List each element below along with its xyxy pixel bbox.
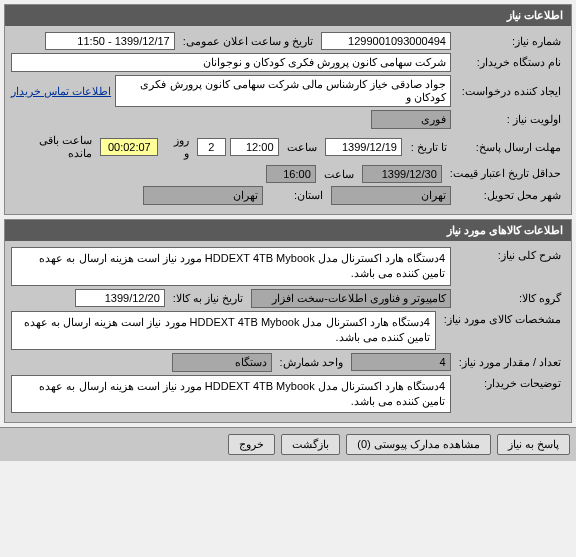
province-field: تهران [143, 186, 263, 205]
goods-info-header: اطلاعات کالاهای مورد نیاز [5, 220, 571, 241]
goods-date-field: 1399/12/20 [75, 289, 165, 307]
row-group: گروه کالا: کامپیوتر و فناوری اطلاعات-سخت… [11, 289, 565, 308]
attachments-button[interactable]: مشاهده مدارک پیوستی (0) [346, 434, 491, 455]
time-label-1: ساعت [283, 139, 321, 156]
buyer-notes-field: 4دستگاه هارد اکسترنال مدل HDDEXT 4TB Myb… [11, 375, 451, 414]
days-label: روز و [162, 132, 192, 162]
qty-label: تعداد / مقدار مورد نیاز: [455, 354, 565, 371]
row-delivery: شهر محل تحویل: تهران استان: تهران [11, 186, 565, 205]
validity-time-field: 16:00 [266, 165, 316, 183]
row-priority: اولویت نیاز : فوری [11, 110, 565, 129]
need-info-body: شماره نیاز: 1299001093000494 تاریخ و ساع… [5, 26, 571, 214]
row-need-number: شماره نیاز: 1299001093000494 تاریخ و ساع… [11, 32, 565, 50]
goods-info-body: شرح کلی نیاز: 4دستگاه هارد اکسترنال مدل … [5, 241, 571, 422]
need-number-label: شماره نیاز: [455, 33, 565, 50]
buyer-notes-label: توضیحات خریدار: [455, 375, 565, 392]
row-spec: مشخصات کالای مورد نیاز: 4دستگاه هارد اکس… [11, 311, 565, 350]
row-qty: تعداد / مقدار مورد نیاز: 4 واحد شمارش: د… [11, 353, 565, 372]
row-deadline: مهلت ارسال پاسخ: تا تاریخ : 1399/12/19 س… [11, 132, 565, 162]
deadline-date-field: 1399/12/19 [325, 138, 402, 156]
need-info-panel: اطلاعات نیاز شماره نیاز: 129900109300049… [4, 4, 572, 215]
delivery-city-field: تهران [331, 186, 451, 205]
respond-button[interactable]: پاسخ به نیاز [497, 434, 570, 455]
buyer-label: نام دستگاه خریدار: [455, 54, 565, 71]
row-validity: حداقل تاریخ اعتبار قیمت: 1399/12/30 ساعت… [11, 165, 565, 183]
announce-field: 1399/12/17 - 11:50 [45, 32, 175, 50]
need-number-field: 1299001093000494 [321, 32, 451, 50]
time-label-2: ساعت [320, 166, 358, 183]
goods-info-panel: اطلاعات کالاهای مورد نیاز شرح کلی نیاز: … [4, 219, 572, 423]
goods-date-label: تاریخ نیاز به کالا: [169, 290, 247, 307]
row-buyer-notes: توضیحات خریدار: 4دستگاه هارد اکسترنال مد… [11, 375, 565, 414]
deadline-label: مهلت ارسال پاسخ: [455, 139, 565, 156]
desc-label: شرح کلی نیاز: [455, 247, 565, 264]
priority-label: اولویت نیاز : [455, 111, 565, 128]
row-creator: ایجاد کننده درخواست: جواد صادقی خیاز کار… [11, 75, 565, 107]
days-remain-field: 2 [197, 138, 226, 156]
countdown-label: ساعت باقی مانده [11, 132, 96, 162]
countdown-field: 00:02:07 [100, 138, 158, 156]
exit-button[interactable]: خروج [228, 434, 275, 455]
delivery-city-label: شهر محل تحویل: [455, 187, 565, 204]
creator-field: جواد صادقی خیاز کارشناس مالی شرکت سهامی … [115, 75, 451, 107]
need-info-header: اطلاعات نیاز [5, 5, 571, 26]
group-field: کامپیوتر و فناوری اطلاعات-سخت افزار [251, 289, 451, 308]
group-label: گروه کالا: [455, 290, 565, 307]
province-label: استان: [267, 187, 327, 204]
deadline-time-field: 12:00 [230, 138, 279, 156]
qty-field: 4 [351, 353, 451, 371]
unit-field: دستگاه [172, 353, 272, 372]
back-button[interactable]: بازگشت [281, 434, 340, 455]
deadline-to-label: تا تاریخ : [406, 139, 451, 156]
unit-label: واحد شمارش: [276, 354, 347, 371]
priority-field: فوری [371, 110, 451, 129]
buyer-field: شرکت سهامی کانون پرورش فکری کودکان و نوج… [11, 53, 451, 72]
validity-date-field: 1399/12/30 [362, 165, 442, 183]
desc-field: 4دستگاه هارد اکسترنال مدل HDDEXT 4TB Myb… [11, 247, 451, 286]
spec-label: مشخصات کالای مورد نیاز: [440, 311, 565, 328]
row-desc: شرح کلی نیاز: 4دستگاه هارد اکسترنال مدل … [11, 247, 565, 286]
announce-label: تاریخ و ساعت اعلان عمومی: [179, 33, 317, 50]
row-buyer: نام دستگاه خریدار: شرکت سهامی کانون پرور… [11, 53, 565, 72]
spec-field: 4دستگاه هارد اکسترنال مدل HDDEXT 4TB Myb… [11, 311, 436, 350]
creator-label: ایجاد کننده درخواست: [455, 83, 565, 100]
action-button-row: پاسخ به نیاز مشاهده مدارک پیوستی (0) باز… [0, 427, 576, 461]
validity-label: حداقل تاریخ اعتبار قیمت: [446, 165, 565, 182]
contact-link[interactable]: اطلاعات تماس خریدار [11, 85, 111, 98]
